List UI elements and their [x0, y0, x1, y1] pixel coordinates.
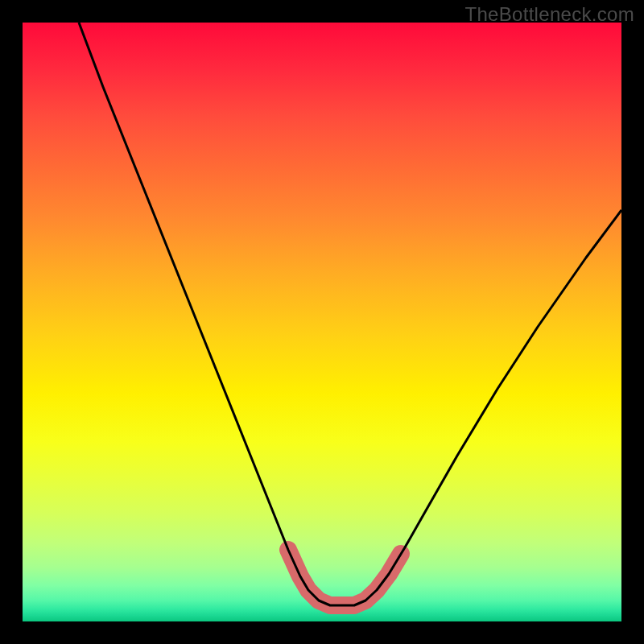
watermark-text: TheBottleneck.com: [464, 3, 634, 26]
bottleneck-curve: [79, 23, 621, 605]
chart-frame: [23, 23, 621, 621]
curve-layer: [23, 23, 621, 621]
highlighted-minimum-band: [288, 550, 401, 605]
